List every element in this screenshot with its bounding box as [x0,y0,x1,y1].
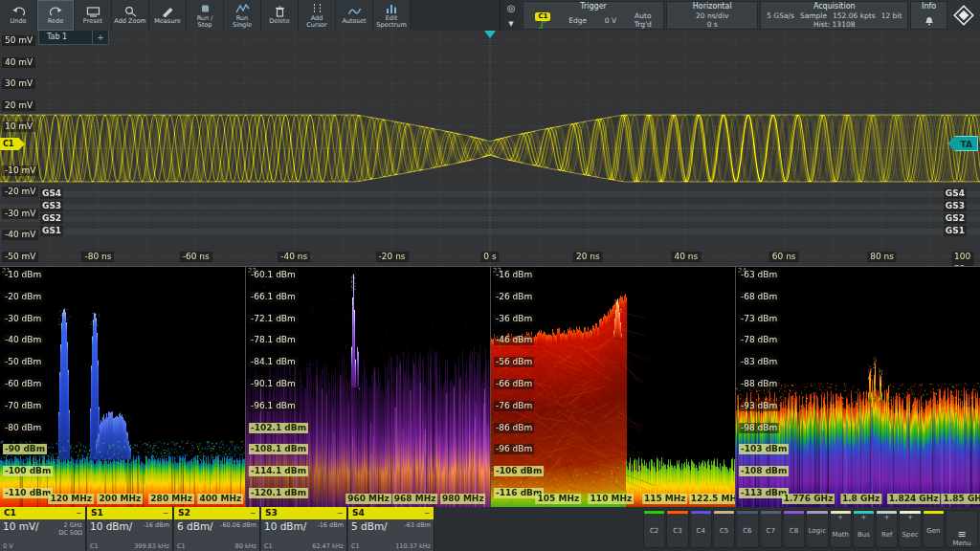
spectrum-y-label: -56 dBm [494,357,534,367]
channel-button-label: Gen [926,514,940,547]
channel-button-c8[interactable]: C8 [783,510,805,548]
x-axis-label: -80 ns [81,252,114,262]
spectrum-x-label: 200 MHz [98,494,144,504]
spectrum-y-label: -78.1 dBm [249,335,298,345]
channel-button-c4[interactable]: C4 [690,510,712,548]
trigger-position-marker[interactable] [484,31,496,38]
trigger-expand-icon[interactable]: ▼ [508,20,513,28]
spectrum-y-label: -46 dBm [494,335,534,345]
toolbar-button-autoset[interactable]: Autoset [336,0,373,31]
toolbar-button-edit-spectrum[interactable]: Edit Spectrum [373,0,411,31]
acquisition-bits: 12 bit [881,11,902,20]
toolbar-button-add-cursor[interactable]: Add Cursor [299,0,336,31]
spectrum-y-label: -70 dBm [3,401,43,411]
minimize-icon[interactable]: ‒ [424,507,430,519]
toolbar-button-delete[interactable]: Delete [261,0,299,31]
waveform-display[interactable]: Tab 1 + C1 TA 50 mV40 mV30 mV20 mV10 mV-… [0,31,980,266]
spectrum-panel-4[interactable]: 24-63 dBm-68 dBm-73 dBm-78 dBm-83 dBm-88… [735,267,980,508]
signal-badge-source: C1 [177,542,186,550]
channel-button-c2[interactable]: C2 [643,510,665,548]
minimize-icon[interactable]: ‒ [337,507,343,519]
gate-stripe [0,204,980,209]
find-level-icon[interactable]: ◎ [507,3,516,13]
spectrum-panel-3[interactable]: 23-16 dBm-26 dBm-36 dBm-46 dBm-56 dBm-66… [490,267,735,508]
signal-badge-info: -16 dBm [143,521,169,529]
trigger-level: 0 V [605,16,616,25]
channel-button-c7[interactable]: C7 [760,510,782,548]
delete-icon [273,6,287,17]
trigger-title: Trigger [523,2,663,11]
trigger-panel[interactable]: Trigger C1 Edge 0 V Auto Trg'd [523,1,664,30]
toolbar-button-run-single[interactable]: Run Single [224,0,261,31]
signal-badge-info: -60.06 dBm [220,521,256,529]
spectrum-icon [385,3,399,14]
toolbar-button-undo[interactable]: Undo [0,0,37,31]
x-axis-label: 100 ns [951,252,973,266]
acquisition-mode: Sample [800,11,827,20]
signal-badge-s1[interactable]: S1‒10 dBm/-16 dBmC1399.83 kHz [87,507,173,551]
spectrum-panel-1[interactable]: 21-10 dBm-20 dBm-30 dBm-40 dBm-50 dBm-60… [0,267,245,508]
acquisition-panel[interactable]: Acquisition 5 GSa/s Sample 152.06 kpts 1… [760,1,908,30]
add-tab-button[interactable]: + [93,31,109,45]
gate-label-gs2: GS2 [40,213,63,224]
signal-badge-info-line1: -60.06 dBm [220,521,256,529]
tab-bar: Tab 1 + [38,31,109,45]
channel-button-c5[interactable]: C5 [713,510,735,548]
y-axis-label: -10 mV [2,165,38,176]
channel-button-spec[interactable]: +Spec [899,510,921,548]
run-single-icon [235,3,250,14]
horizontal-panel[interactable]: Horizontal 20 ns/div 0 s [666,1,758,30]
channel-button-gen[interactable]: Gen [923,510,945,548]
signal-badge-s3[interactable]: S3‒10 dBm/-16 dBmC162.47 kHz [261,507,347,551]
minimize-icon[interactable]: ‒ [76,507,81,519]
spectrum-y-label: -83 dBm [739,357,779,367]
channel-button-label: C2 [650,514,658,547]
channel-button-menu[interactable]: ≡Menu [946,510,978,548]
signal-badge-body: 10 mV/2 GHzDC 50Ω0 V [0,519,85,551]
trigger-find-column: ◎ ▼ [500,0,522,31]
toolbar-button-measure[interactable]: Measure [149,0,187,31]
signal-badge-info: -63 dBm [404,521,431,529]
signal-badge-bottom: C1399.83 kHz [90,542,169,550]
signal-badge-info: -16 dBm [317,521,344,529]
info-panel[interactable]: Info [910,1,947,30]
gate-label-gs3-right: GS3 [944,201,967,211]
toolbar-button-label: Add Zoom [114,18,145,25]
spectrum-y-label: -30 dBm [3,314,43,324]
channel-button-ref[interactable]: +Ref [876,510,898,548]
toolbar-button-preset[interactable]: Preset [75,0,112,31]
spectrum-panel-2[interactable]: 22-60.1 dBm-66.1 dBm-72.1 dBm-78.1 dBm-8… [245,267,490,508]
signal-badge-info-line2: DC 50Ω [58,529,82,537]
toolbar-button-label: Preset [83,18,102,25]
gate-stripe [0,229,980,234]
toolbar-button-redo[interactable]: Redo [37,0,75,31]
spectrum-y-label: -84.1 dBm [249,357,298,367]
signal-badge-c1[interactable]: C1‒10 mV/2 GHzDC 50Ω0 V [0,507,86,551]
minimize-icon[interactable]: ‒ [250,507,256,519]
x-axis-label: 80 ns [867,252,897,262]
toolbar-button-add-zoom[interactable]: Add Zoom [112,0,149,31]
spectrum-y-label: -80 dBm [3,423,43,433]
tab-1[interactable]: Tab 1 [38,31,93,45]
minimize-icon[interactable]: ‒ [163,507,168,519]
channel-button-math[interactable]: +Math [830,510,852,548]
toolbar-button-label: Edit Spectrum [376,15,407,29]
spectrum-y-label: -100 dBm [3,466,53,476]
signal-badge-s2[interactable]: S2‒6 dBm/-60.06 dBmC180 kHz [174,507,260,551]
trigger-slope-icon [538,21,547,29]
signal-badge-s4[interactable]: S4‒5 dBm/-63 dBmC1110.37 kHz [348,507,434,551]
channel-button-logic[interactable]: Logic [806,510,828,548]
channel-button-c3[interactable]: C3 [666,510,688,548]
spectrum-y-label: -78 dBm [739,335,779,345]
spectrum-x-label: 960 MHz [345,494,391,504]
spectrum-y-label: -10 dBm [3,270,43,280]
channel-button-label: C7 [767,514,775,547]
toolbar-button-label: Undo [11,18,27,25]
signal-badge-bottom: 0 V [3,542,82,550]
signal-badge-info-line1: -63 dBm [404,521,431,529]
run-stop-icon [198,3,212,14]
channel-button-c6[interactable]: C6 [736,510,758,548]
toolbar-button-run-stop[interactable]: Run / Stop [187,0,224,31]
channel-button-bus[interactable]: +Bus [853,510,875,548]
signal-badge-rbw: 80 kHz [235,542,256,550]
